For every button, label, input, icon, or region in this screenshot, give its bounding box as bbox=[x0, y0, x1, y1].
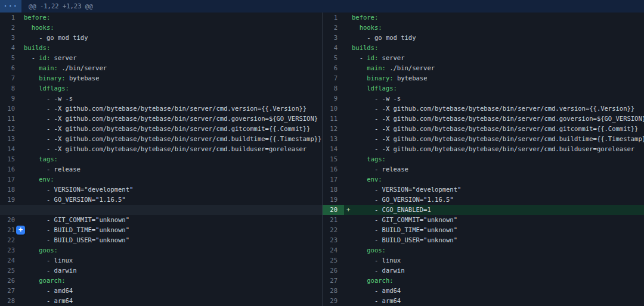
line-number[interactable]: 11 bbox=[0, 114, 21, 124]
code-line: - -w -s bbox=[352, 93, 401, 104]
line-number[interactable]: 11 bbox=[323, 114, 344, 124]
code-line: - -X github.com/bytebase/bytebase/bin/se… bbox=[21, 114, 318, 124]
diff-row: 24 goos: bbox=[323, 245, 644, 255]
line-number[interactable]: 24 bbox=[323, 245, 344, 255]
line-number[interactable]: 26 bbox=[323, 266, 344, 276]
line-number[interactable]: 1 bbox=[323, 13, 344, 23]
yaml-text bbox=[352, 246, 367, 254]
line-number[interactable]: 4 bbox=[323, 43, 344, 53]
split-diff-viewer: ··· @@ -1,22 +1,23 @@ 1before:2 hooks:3 … bbox=[0, 0, 644, 306]
yaml-text bbox=[352, 277, 367, 284]
code-line: - -X github.com/bytebase/bytebase/bin/se… bbox=[21, 124, 310, 134]
line-number[interactable]: 29 bbox=[323, 296, 344, 306]
line-number[interactable]: 8 bbox=[0, 83, 21, 93]
line-number[interactable]: 18 bbox=[323, 185, 344, 195]
line-number[interactable]: 2 bbox=[323, 23, 344, 33]
line-number[interactable]: 17 bbox=[323, 174, 344, 185]
line-number[interactable]: 6 bbox=[323, 63, 344, 73]
line-marker bbox=[344, 266, 352, 276]
line-number[interactable]: 15 bbox=[323, 154, 344, 164]
line-marker bbox=[344, 296, 352, 306]
line-number[interactable]: 28 bbox=[0, 296, 21, 306]
code-line: ldflags: bbox=[21, 83, 69, 93]
line-number[interactable]: 15 bbox=[0, 154, 21, 164]
yaml-text: - BUILD_TIME="unknown" bbox=[24, 226, 129, 233]
diff-pane-old: 1before:2 hooks:3 - go mod tidy4builds:5… bbox=[0, 13, 322, 306]
line-number[interactable]: 3 bbox=[323, 33, 344, 43]
code-line: - id: server bbox=[21, 53, 77, 63]
line-number[interactable]: 22 bbox=[0, 235, 21, 245]
line-marker bbox=[344, 225, 352, 235]
hunk-header-text: @@ -1,22 +1,23 @@ bbox=[21, 0, 92, 13]
yaml-text: - go mod tidy bbox=[352, 34, 416, 41]
diff-row: 14 - -X github.com/bytebase/bytebase/bin… bbox=[323, 144, 644, 154]
diff-row: 27 goarch: bbox=[323, 276, 644, 286]
line-number[interactable]: 19 bbox=[323, 195, 344, 205]
yaml-text bbox=[352, 155, 367, 163]
line-number[interactable]: 7 bbox=[0, 73, 21, 83]
line-marker bbox=[344, 144, 352, 154]
line-number[interactable]: 23 bbox=[0, 245, 21, 255]
yaml-text: - BUILD_USER="unknown" bbox=[24, 236, 129, 243]
code-line: goos: bbox=[352, 245, 386, 255]
line-number[interactable]: 27 bbox=[323, 276, 344, 286]
line-number[interactable]: 3 bbox=[0, 33, 21, 43]
line-number[interactable]: 12 bbox=[323, 124, 344, 134]
line-number[interactable]: 25 bbox=[323, 255, 344, 266]
yaml-text: ./bin/server bbox=[386, 64, 435, 71]
line-number[interactable]: 16 bbox=[323, 164, 344, 174]
line-number[interactable]: 22 bbox=[323, 225, 344, 235]
line-number[interactable]: 9 bbox=[0, 93, 21, 104]
line-number[interactable]: 26 bbox=[0, 276, 21, 286]
yaml-key: goarch: bbox=[39, 277, 65, 284]
line-number[interactable]: 13 bbox=[0, 134, 21, 144]
line-number[interactable]: 12 bbox=[0, 124, 21, 134]
line-number[interactable]: 9 bbox=[323, 93, 344, 104]
line-number[interactable]: 6 bbox=[0, 63, 21, 73]
line-number[interactable]: 8 bbox=[323, 83, 344, 93]
line-number[interactable]: 28 bbox=[323, 286, 344, 296]
line-marker bbox=[344, 114, 352, 124]
line-number[interactable]: 20 bbox=[323, 205, 344, 215]
line-number[interactable]: 19 bbox=[0, 195, 21, 205]
line-number[interactable]: 2 bbox=[0, 23, 21, 33]
line-number[interactable]: 24 bbox=[0, 255, 21, 266]
line-number[interactable]: 16 bbox=[0, 164, 21, 174]
line-number[interactable]: 23 bbox=[323, 235, 344, 245]
line-number[interactable]: 14 bbox=[323, 144, 344, 154]
line-number[interactable]: 10 bbox=[323, 104, 344, 114]
diff-row: 26 goarch: bbox=[0, 276, 322, 286]
expand-hunk-button[interactable]: ··· bbox=[0, 0, 21, 13]
line-number[interactable]: 4 bbox=[0, 43, 21, 53]
code-line: - release bbox=[352, 164, 408, 174]
line-number[interactable]: 25 bbox=[0, 266, 21, 276]
line-number[interactable]: 5 bbox=[323, 53, 344, 63]
add-comment-button[interactable]: + bbox=[16, 226, 25, 235]
yaml-key: tags: bbox=[367, 155, 386, 163]
yaml-key: id: bbox=[39, 54, 50, 61]
diff-row: 29 - arm64 bbox=[323, 296, 644, 306]
code-line: - arm64 bbox=[21, 296, 73, 306]
yaml-text: - linux bbox=[352, 257, 401, 264]
line-number[interactable]: 10 bbox=[0, 104, 21, 114]
code-line: - -X github.com/bytebase/bytebase/bin/se… bbox=[352, 114, 644, 124]
code-line: - -X github.com/bytebase/bytebase/bin/se… bbox=[352, 104, 634, 114]
line-number[interactable]: 1 bbox=[0, 13, 21, 23]
line-number[interactable]: 21 bbox=[323, 215, 344, 225]
line-number[interactable]: 7 bbox=[323, 73, 344, 83]
diff-row: 17 env: bbox=[0, 174, 322, 185]
yaml-text: - VERSION="development" bbox=[352, 186, 461, 193]
line-number[interactable]: 14 bbox=[0, 144, 21, 154]
yaml-text: server bbox=[50, 54, 76, 61]
code-line bbox=[21, 205, 24, 215]
line-number[interactable]: 18 bbox=[0, 185, 21, 195]
line-number[interactable]: 17 bbox=[0, 174, 21, 185]
yaml-key: before: bbox=[24, 14, 50, 21]
line-number[interactable]: 27 bbox=[0, 286, 21, 296]
line-number[interactable]: 13 bbox=[323, 134, 344, 144]
diff-row: 14 - -X github.com/bytebase/bytebase/bin… bbox=[0, 144, 322, 154]
line-marker bbox=[344, 174, 352, 185]
line-number[interactable]: 20 bbox=[0, 215, 21, 225]
diff-row: 19 - GO_VERSION="1.16.5" bbox=[0, 195, 322, 205]
line-number[interactable]: 5 bbox=[0, 53, 21, 63]
